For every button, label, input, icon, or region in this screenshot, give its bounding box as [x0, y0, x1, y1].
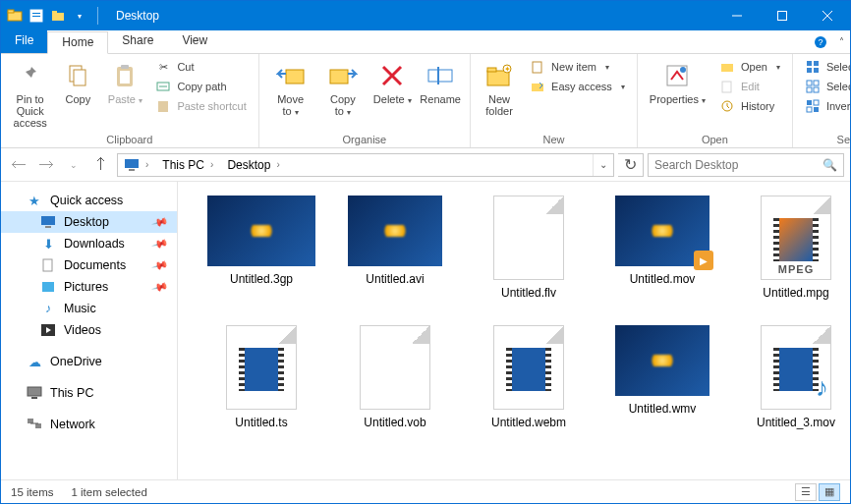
- ribbon-help-icon[interactable]: ?: [809, 30, 832, 53]
- file-item[interactable]: Untitled.flv: [465, 196, 593, 300]
- copy-path-button[interactable]: Copy path: [151, 78, 250, 95]
- svg-text:?: ?: [818, 37, 823, 47]
- new-folder-button[interactable]: ✦ New folder: [479, 58, 520, 119]
- file-item[interactable]: MPEGUntitled.mpg: [732, 196, 850, 300]
- file-item[interactable]: Untitled.wmv: [598, 325, 726, 429]
- status-selection: 1 item selected: [71, 486, 146, 498]
- file-item[interactable]: Untitled.avi: [331, 196, 459, 300]
- new-item-button[interactable]: New item: [526, 58, 629, 76]
- close-button[interactable]: [805, 1, 850, 30]
- view-large-icons-button[interactable]: ▦: [819, 483, 840, 501]
- move-to-button[interactable]: Move to: [267, 58, 314, 120]
- breadcrumb-this-pc[interactable]: This PC: [162, 158, 204, 172]
- tab-view[interactable]: View: [168, 30, 222, 53]
- easy-access-button[interactable]: Easy access: [526, 78, 629, 95]
- file-name-label: Untitled.flv: [501, 286, 556, 300]
- breadcrumb-desktop[interactable]: Desktop: [227, 158, 270, 172]
- paste-button[interactable]: Paste: [104, 58, 145, 108]
- delete-button[interactable]: Delete: [371, 58, 413, 108]
- file-item[interactable]: ♪Untitled_3.mov: [732, 325, 850, 429]
- cut-button[interactable]: ✂Cut: [151, 58, 250, 76]
- sidebar-videos[interactable]: Videos: [1, 319, 177, 341]
- history-icon: [719, 98, 735, 114]
- file-thumbnail: [226, 325, 297, 410]
- address-dropdown[interactable]: ⌄: [593, 154, 613, 176]
- qat-newfolder-icon[interactable]: [50, 8, 66, 24]
- sidebar-quick-access[interactable]: ★Quick access: [1, 190, 177, 211]
- tab-file[interactable]: File: [1, 30, 47, 53]
- paste-shortcut-icon: [155, 98, 171, 114]
- properties-icon: [661, 60, 693, 91]
- monitor-icon: [124, 158, 140, 172]
- sidebar-desktop[interactable]: Desktop📌: [1, 211, 177, 233]
- up-button[interactable]: 🡑: [89, 153, 113, 177]
- search-box[interactable]: Search Desktop 🔍: [648, 153, 844, 177]
- documents-icon: [40, 257, 56, 273]
- svg-rect-43: [814, 81, 819, 85]
- qat-dropdown-icon[interactable]: ▾: [72, 8, 87, 24]
- group-new-label: New: [479, 132, 629, 145]
- svg-rect-39: [814, 61, 819, 66]
- invert-selection-button[interactable]: Invert selection: [801, 97, 851, 115]
- view-details-button[interactable]: ☰: [795, 483, 817, 501]
- maximize-button[interactable]: [760, 1, 805, 30]
- copy-button[interactable]: Copy: [57, 58, 98, 107]
- rename-button[interactable]: Rename: [419, 58, 462, 107]
- file-name-label: Untitled.vob: [364, 416, 426, 429]
- copy-to-button[interactable]: Copy to: [319, 58, 366, 120]
- svg-rect-21: [286, 70, 304, 84]
- edit-button[interactable]: Edit: [715, 78, 784, 95]
- new-item-icon: [530, 59, 545, 75]
- address-bar[interactable]: › This PC› Desktop› ⌄: [117, 153, 614, 177]
- sidebar-this-pc[interactable]: This PC: [1, 382, 177, 404]
- pin-icon: [15, 60, 46, 91]
- sidebar-music[interactable]: ♪Music: [1, 298, 177, 319]
- file-item[interactable]: Untitled.webm: [465, 325, 593, 429]
- svg-rect-3: [32, 13, 40, 14]
- select-all-button[interactable]: Select all: [801, 58, 851, 76]
- back-button[interactable]: 🡐: [7, 153, 30, 177]
- chevron-right-icon[interactable]: ›: [143, 159, 150, 170]
- star-icon: ★: [27, 193, 42, 208]
- chevron-right-icon[interactable]: ›: [208, 159, 215, 170]
- svg-rect-46: [807, 100, 812, 105]
- tab-share[interactable]: Share: [108, 30, 168, 53]
- sidebar-onedrive[interactable]: ☁OneDrive: [1, 351, 177, 372]
- downloads-icon: ⬇: [40, 236, 56, 252]
- tab-home[interactable]: Home: [47, 31, 108, 54]
- delete-label: Delete: [373, 93, 412, 106]
- copy-to-label: Copy to: [323, 93, 362, 118]
- open-icon: [719, 59, 735, 75]
- ribbon-collapse-icon[interactable]: ˄: [832, 30, 850, 53]
- select-none-icon: [805, 79, 821, 94]
- forward-button[interactable]: 🡒: [34, 153, 58, 177]
- open-button[interactable]: Open: [715, 58, 784, 76]
- file-name-label: Untitled_3.mov: [757, 416, 835, 429]
- file-item[interactable]: Untitled.vob: [331, 325, 459, 429]
- history-button[interactable]: History: [715, 97, 784, 115]
- file-item[interactable]: Untitled.3gp: [198, 196, 325, 300]
- chevron-right-icon[interactable]: ›: [274, 159, 281, 170]
- minimize-button[interactable]: [714, 1, 760, 30]
- svg-rect-49: [814, 107, 819, 112]
- paste-icon: [109, 60, 141, 91]
- file-item[interactable]: ▶Untitled.mov: [598, 196, 726, 300]
- sidebar-pictures[interactable]: Pictures📌: [1, 276, 177, 298]
- move-to-icon: [275, 60, 307, 91]
- recent-dropdown[interactable]: ⌄: [62, 153, 85, 177]
- svg-rect-55: [42, 282, 54, 292]
- refresh-button[interactable]: ↻: [618, 153, 644, 177]
- sidebar-network[interactable]: Network: [1, 414, 177, 435]
- sidebar-documents[interactable]: Documents📌: [1, 254, 177, 276]
- file-list[interactable]: Untitled.3gpUntitled.aviUntitled.flv▶Unt…: [178, 182, 850, 479]
- pin-to-quick-access-button[interactable]: Pin to Quick access: [9, 58, 51, 131]
- invert-selection-icon: [805, 98, 821, 114]
- select-none-button[interactable]: Select none: [801, 78, 851, 95]
- sidebar-downloads[interactable]: ⬇Downloads📌: [1, 233, 177, 254]
- paste-shortcut-button[interactable]: Paste shortcut: [151, 97, 250, 115]
- file-item[interactable]: Untitled.ts: [198, 325, 325, 429]
- svg-rect-44: [807, 87, 812, 92]
- properties-button[interactable]: Properties: [646, 58, 709, 108]
- rename-label: Rename: [420, 93, 461, 105]
- qat-properties-icon[interactable]: [28, 8, 44, 24]
